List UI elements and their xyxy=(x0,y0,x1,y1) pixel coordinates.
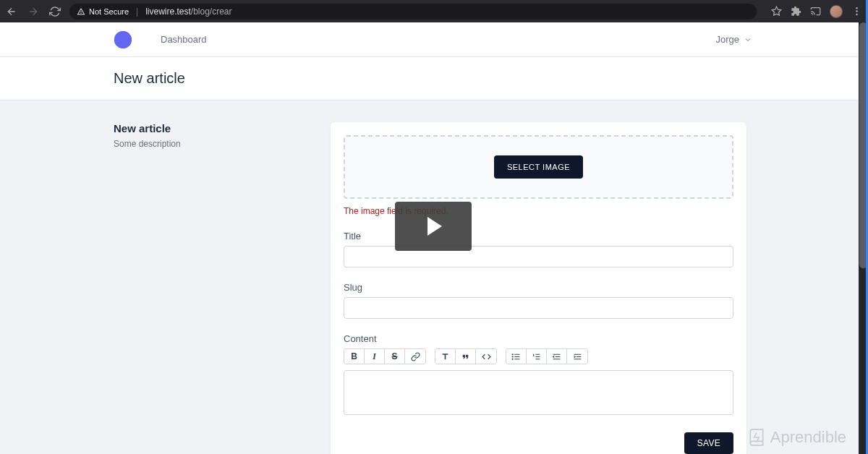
watermark: Aprendible xyxy=(747,428,846,447)
svg-point-4 xyxy=(856,14,858,16)
slug-input[interactable] xyxy=(344,297,733,319)
page-title: New article xyxy=(114,70,868,87)
editor-toolbar: B I S xyxy=(344,348,733,364)
select-image-button[interactable]: SELECT IMAGE xyxy=(494,155,583,179)
strike-button[interactable]: S xyxy=(385,349,405,364)
bullet-list-button[interactable] xyxy=(506,349,527,364)
link-button[interactable] xyxy=(405,349,425,364)
quote-button[interactable] xyxy=(456,349,476,364)
security-warning: Not Secure xyxy=(77,7,129,16)
forward-icon[interactable] xyxy=(27,6,39,17)
form-card: SELECT IMAGE The image field is required… xyxy=(331,122,746,454)
watermark-text: Aprendible xyxy=(770,428,846,447)
video-play-overlay[interactable] xyxy=(395,202,472,251)
content-label: Content xyxy=(344,333,733,344)
nav-controls xyxy=(6,6,61,17)
code-button[interactable] xyxy=(476,349,496,364)
profile-avatar[interactable] xyxy=(830,5,843,18)
svg-point-9 xyxy=(512,356,513,356)
nav-dashboard[interactable]: Dashboard xyxy=(161,34,207,45)
svg-point-10 xyxy=(512,359,513,359)
page-header: New article xyxy=(0,57,868,100)
url-bar[interactable]: Not Secure | livewire.test/blog/crear xyxy=(69,4,757,20)
extensions-icon[interactable] xyxy=(791,6,801,17)
star-icon[interactable] xyxy=(771,6,782,17)
watermark-icon xyxy=(747,428,766,447)
section-info: New article Some description xyxy=(114,122,302,454)
svg-point-8 xyxy=(512,354,513,354)
svg-point-3 xyxy=(856,10,858,12)
app-logo[interactable] xyxy=(114,31,132,48)
numbered-list-button[interactable] xyxy=(527,349,547,364)
slug-label: Slug xyxy=(344,282,733,293)
chevron-down-icon xyxy=(744,35,752,44)
browser-chrome: Not Secure | livewire.test/blog/crear xyxy=(0,0,868,22)
svg-marker-0 xyxy=(772,7,781,15)
url-text: livewire.test/blog/crear xyxy=(145,7,231,17)
browser-actions xyxy=(771,5,862,18)
top-nav: Dashboard Jorge xyxy=(0,22,868,57)
cast-icon[interactable] xyxy=(810,6,821,17)
menu-icon[interactable] xyxy=(851,6,862,17)
save-button[interactable]: SAVE xyxy=(684,432,733,454)
bold-button[interactable]: B xyxy=(344,349,365,364)
content-editor[interactable] xyxy=(344,370,733,415)
italic-button[interactable]: I xyxy=(365,349,385,364)
main-content: New article Some description SELECT IMAG… xyxy=(0,100,868,454)
outdent-button[interactable] xyxy=(547,349,567,364)
heading-button[interactable] xyxy=(435,349,456,364)
indent-button[interactable] xyxy=(567,349,587,364)
play-icon xyxy=(427,217,442,236)
security-label: Not Secure xyxy=(89,7,129,16)
section-heading: New article xyxy=(114,122,302,134)
section-description: Some description xyxy=(114,139,302,149)
reload-icon[interactable] xyxy=(49,6,61,17)
user-dropdown[interactable]: Jorge xyxy=(715,34,752,45)
svg-point-2 xyxy=(856,7,858,9)
back-icon[interactable] xyxy=(6,6,17,17)
image-dropzone[interactable]: SELECT IMAGE xyxy=(344,135,733,199)
user-name: Jorge xyxy=(715,34,739,45)
